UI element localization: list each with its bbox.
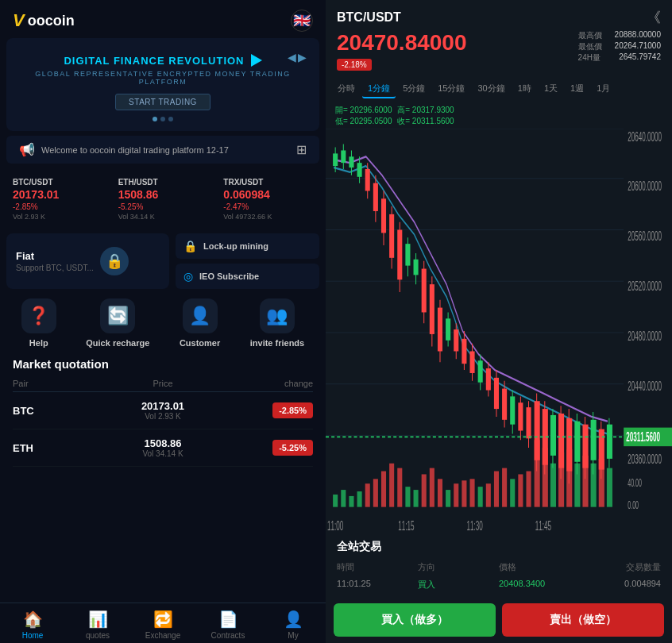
sell-button[interactable]: 賣出（做空） <box>502 603 664 637</box>
fiat-title: Fiat <box>16 250 94 262</box>
tab-15min[interactable]: 15分鐘 <box>432 80 470 98</box>
svg-rect-65 <box>526 407 531 438</box>
help-button[interactable]: ❓ Help <box>21 298 56 348</box>
trade-row-1: 11:01.25 買入 20408.3400 0.004894 <box>337 576 661 594</box>
invite-friends-button[interactable]: 👥 invite friends <box>250 298 304 348</box>
tab-5min[interactable]: 5分鐘 <box>397 80 431 98</box>
svg-rect-94 <box>373 479 378 506</box>
svg-rect-17 <box>333 153 338 166</box>
customer-button[interactable]: 👤 Customer <box>180 298 220 348</box>
lock-icon: 🔒 <box>183 240 197 252</box>
nav-my[interactable]: 👤 My <box>261 610 326 640</box>
banner-arrows: ◀ ▶ <box>288 51 307 64</box>
svg-rect-43 <box>438 308 442 352</box>
fiat-service[interactable]: Fiat Support BTC, USDT... 🔒 <box>6 233 169 289</box>
svg-rect-39 <box>422 269 427 313</box>
bottom-nav: 🏠 Home 📊 quotes 🔁 Exchange 📄 Contracts 👤… <box>0 603 326 643</box>
svg-rect-55 <box>486 368 491 390</box>
svg-rect-95 <box>381 472 386 507</box>
language-flag[interactable]: 🇬🇧 <box>291 10 313 32</box>
svg-rect-114 <box>535 440 540 506</box>
banner-subtitle: GLOBAL REPRESENTATIVE ENCRYPTED MONEY TR… <box>19 70 307 86</box>
open-label: 開= 20296.6000 <box>335 106 392 114</box>
nav-quotes[interactable]: 📊 quotes <box>65 610 130 640</box>
btc-price: 20173.01 <box>98 400 227 412</box>
service-right: 🔒 Lock-up mining ◎ IEO Subscribe <box>176 233 319 289</box>
buy-button[interactable]: 買入（做多） <box>334 603 496 637</box>
chart-price-row: 20470.84000 -2.18% 最高價 20888.00000 最低價 2… <box>337 30 661 71</box>
ticker-trx[interactable]: TRX/USDT 0.060984 -2.47% Vol 49732.66 K <box>217 173 319 225</box>
nav-exchange[interactable]: 🔁 Exchange <box>130 610 195 640</box>
banner: ◀ ▶ DIGITAL FINANCE REVOLUTION GLOBAL RE… <box>6 38 319 131</box>
tab-30min[interactable]: 30分鐘 <box>473 80 511 98</box>
ticker-eth[interactable]: ETH/USDT 1508.86 -5.25% Vol 34.14 K <box>112 173 214 225</box>
quick-recharge-button[interactable]: 🔄 Quick recharge <box>86 298 149 348</box>
ticker-trx-price: 0.060984 <box>223 188 313 201</box>
svg-rect-113 <box>526 472 531 507</box>
trade-amount-header: 交易數量 <box>580 561 661 573</box>
nav-exchange-label: Exchange <box>145 631 180 640</box>
eth-pair: ETH <box>13 442 98 454</box>
svg-rect-45 <box>446 318 450 340</box>
svg-rect-100 <box>422 474 427 506</box>
svg-rect-108 <box>486 483 491 506</box>
lockup-label: Lock-up mining <box>203 241 268 251</box>
tab-1h[interactable]: 1時 <box>512 80 537 98</box>
ieo-subscribe-button[interactable]: ◎ IEO Subscribe <box>176 264 319 289</box>
speaker-icon: 📢 <box>19 142 35 157</box>
svg-rect-91 <box>349 496 353 507</box>
svg-rect-96 <box>389 464 394 507</box>
trade-price-header: 價格 <box>499 561 580 573</box>
low-label-ohlc: 低= 20295.0500 <box>335 117 392 125</box>
svg-rect-85 <box>607 425 612 459</box>
tab-fen-shi[interactable]: 分時 <box>332 80 361 98</box>
tab-1min[interactable]: 1分鐘 <box>362 80 396 98</box>
dot-3 <box>168 117 173 121</box>
svg-text:11:45: 11:45 <box>535 519 551 533</box>
ieo-icon: ◎ <box>183 270 193 283</box>
svg-text:20440.0000: 20440.0000 <box>628 379 662 394</box>
market-row-eth[interactable]: ETH 1508.86 Vol 34.14 K -5.25% <box>13 429 313 467</box>
ticker-btc[interactable]: BTC/USDT 20173.01 -2.85% Vol 2.93 K <box>6 173 109 225</box>
svg-rect-21 <box>349 156 353 167</box>
svg-rect-27 <box>373 183 378 211</box>
recharge-icon: 🔄 <box>100 298 135 333</box>
svg-rect-51 <box>469 352 474 373</box>
high-value: 20888.00000 <box>615 30 661 41</box>
contracts-icon: 📄 <box>218 610 238 629</box>
svg-text:11:15: 11:15 <box>398 519 414 533</box>
logo-v: V <box>13 10 25 31</box>
chart-change-badge: -2.18% <box>337 59 372 71</box>
market-row-btc[interactable]: BTC 20173.01 Vol 2.93 K -2.85% <box>13 392 313 429</box>
chart-price-block: 20470.84000 -2.18% <box>337 30 467 71</box>
svg-text:0.00: 0.00 <box>628 499 639 510</box>
ticker-btc-change: -2.85% <box>13 202 102 211</box>
chart-back-icon[interactable]: 《 <box>647 8 661 27</box>
chart-header: BTC/USDT 《 20470.84000 -2.18% 最高價 20888.… <box>326 0 672 75</box>
svg-rect-118 <box>566 449 572 507</box>
svg-rect-41 <box>430 284 434 334</box>
tab-1d[interactable]: 1天 <box>539 80 563 98</box>
svg-text:20560.0000: 20560.0000 <box>628 229 662 244</box>
nav-contracts[interactable]: 📄 Contracts <box>195 610 261 640</box>
svg-text:11:00: 11:00 <box>327 519 343 533</box>
svg-rect-89 <box>333 495 338 507</box>
start-trading-button[interactable]: START TRADING <box>115 94 210 110</box>
svg-rect-59 <box>502 389 507 420</box>
tab-1m[interactable]: 1月 <box>591 80 616 98</box>
nav-home[interactable]: 🏠 Home <box>0 610 65 640</box>
lockup-mining-button[interactable]: 🔒 Lock-up mining <box>176 233 319 259</box>
svg-rect-61 <box>510 396 515 424</box>
svg-rect-119 <box>574 464 580 507</box>
svg-rect-107 <box>478 487 483 507</box>
high-label: 最高價 <box>578 30 602 41</box>
svg-rect-53 <box>478 360 483 382</box>
trade-amount-1: 0.004894 <box>580 579 661 591</box>
ticker-trx-change: -2.47% <box>223 202 313 211</box>
tab-1w[interactable]: 1週 <box>565 80 589 98</box>
low-label: 最低價 <box>578 41 602 52</box>
chart-stats: 最高價 20888.00000 最低價 20264.71000 24H量 264… <box>578 30 661 64</box>
trade-price-1: 20408.3400 <box>499 579 580 591</box>
customer-icon: 👤 <box>183 298 218 333</box>
svg-rect-81 <box>591 420 597 460</box>
